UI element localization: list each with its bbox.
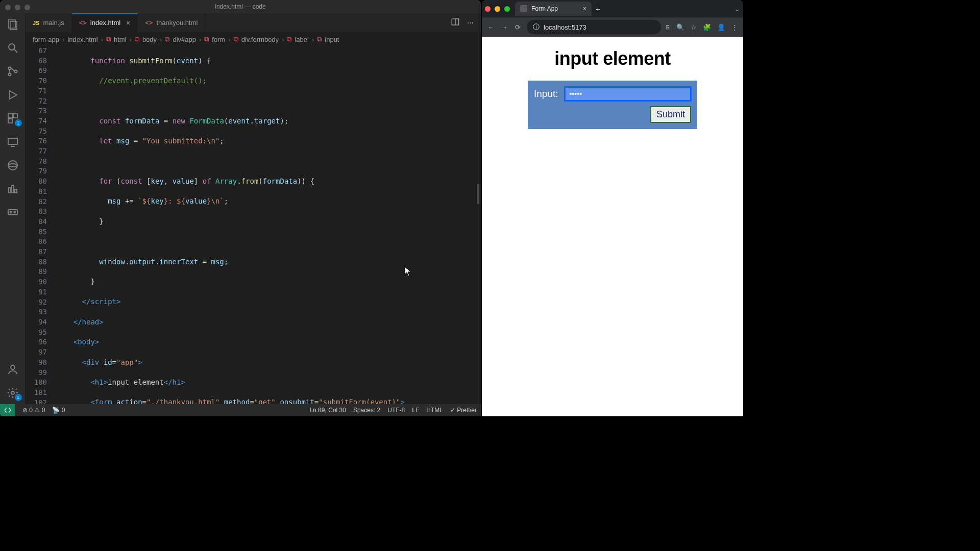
zoom-icon[interactable]: 🔍 [676,23,684,31]
minimap[interactable] [476,46,481,404]
line-gutter: 6768697071727374757677787980818283848586… [26,46,56,404]
run-debug-icon[interactable] [7,89,19,101]
page-heading: input element [491,48,734,69]
account-icon[interactable] [7,363,19,375]
svg-point-4 [8,67,11,70]
split-editor-icon[interactable] [451,17,460,28]
close-tab-icon[interactable]: × [126,19,130,27]
browser-viewport: input element Input: Submit [482,37,743,416]
settings-gear-icon[interactable] [7,387,19,399]
svg-point-2 [9,44,15,50]
browser-toolbar: ← → ⟳ ⓘ localhost:5173 ⎘ 🔍 ☆ 🧩 👤 ⋮ [482,17,743,37]
eol[interactable]: LF [412,407,419,414]
explorer-icon[interactable] [7,18,19,31]
svg-rect-16 [15,189,17,193]
input-label: Input: [534,88,558,99]
source-control-icon[interactable] [7,65,19,78]
svg-point-19 [14,212,15,213]
svg-rect-10 [8,119,12,123]
url-text: localhost:5173 [544,23,586,31]
svg-point-5 [8,73,11,76]
svg-line-3 [14,49,17,53]
traffic-lights [5,5,30,10]
cursor-position[interactable]: Ln 89, Col 30 [310,407,346,414]
svg-rect-8 [8,114,12,118]
reload-button[interactable]: ⟳ [513,23,522,31]
search-icon[interactable] [7,42,19,54]
close-dot[interactable] [5,5,11,10]
menu-icon[interactable]: ⋮ [731,23,738,31]
problems-indicator[interactable]: ⊘ 0 ⚠ 0 [22,407,45,414]
remote-indicator[interactable] [0,404,15,416]
zoom-dot[interactable] [504,6,510,12]
testing-icon[interactable] [7,183,19,195]
bookmark-icon[interactable]: ☆ [691,23,697,31]
minimize-dot[interactable] [15,5,20,10]
vscode-window: index.html — code JS main.js <> [0,0,481,416]
status-bar: ⊘ 0 ⚠ 0 📡 0 Ln 89, Col 30 Spaces: 2 UTF-… [0,404,481,416]
browser-window: Form App × + ⌄ ← → ⟳ ⓘ localhost:5173 ⎘ … [482,0,743,416]
window-title: index.html — code [0,0,481,13]
forward-button[interactable]: → [500,23,508,31]
remote-explorer-icon[interactable] [7,136,19,148]
svg-rect-11 [8,138,17,144]
zoom-dot[interactable] [24,5,30,10]
svg-point-13 [8,161,17,170]
svg-marker-7 [10,91,17,99]
activity-bar [0,13,26,404]
tab-label: thankyou.html [156,19,198,27]
svg-point-6 [14,70,17,73]
address-bar[interactable]: ⓘ localhost:5173 [527,20,661,34]
site-info-icon[interactable]: ⓘ [533,22,540,32]
svg-point-20 [11,365,15,369]
svg-point-21 [11,391,14,394]
minimize-dot[interactable] [495,6,500,12]
encoding[interactable]: UTF-8 [387,407,405,414]
browser-tab[interactable]: Form App × [515,2,592,16]
svg-rect-15 [12,186,14,193]
submit-button[interactable]: Submit [650,106,691,123]
svg-point-18 [10,212,11,213]
editor-tabs: JS main.js <> index.html × <> thankyou.h… [26,13,481,33]
extensions-icon[interactable]: 🧩 [703,23,711,31]
tab-main-js[interactable]: JS main.js [26,13,72,32]
tab-title: Form App [531,5,558,12]
breadcrumbs[interactable]: form-app› index.html› ⧉html› ⧉body› ⧉div… [26,33,481,46]
extensions-icon[interactable] [7,112,19,124]
more-actions-icon[interactable]: ⋯ [467,19,474,27]
favicon-icon [520,5,527,12]
language-mode[interactable]: HTML [426,407,443,414]
form-panel: Input: Submit [528,81,697,129]
tab-label: index.html [90,19,120,27]
tab-label: main.js [43,19,64,27]
svg-rect-14 [9,188,11,193]
browser-tabbar: Form App × + ⌄ [482,0,743,17]
tab-overflow-icon[interactable]: ⌄ [734,5,740,13]
tab-thankyou-html[interactable]: <> thankyou.html [138,13,205,32]
svg-rect-9 [13,114,17,118]
close-tab-icon[interactable]: × [583,5,586,12]
tab-index-html[interactable]: <> index.html × [72,13,138,32]
live-preview-icon[interactable] [7,159,19,171]
close-dot[interactable] [485,6,491,12]
ports-icon[interactable] [7,206,19,218]
indentation[interactable]: Spaces: 2 [353,407,380,414]
password-input[interactable] [565,87,691,101]
ports-indicator[interactable]: 📡 0 [52,407,65,414]
new-tab-button[interactable]: + [596,5,600,13]
formatter[interactable]: ✓ Prettier [450,407,477,414]
profile-icon[interactable]: 👤 [717,23,725,31]
code-editor[interactable]: 6768697071727374757677787980818283848586… [26,46,481,404]
password-icon[interactable]: ⎘ [666,23,670,31]
back-button[interactable]: ← [487,23,495,31]
code-content[interactable]: function submitForm(event) { //event.pre… [56,46,481,404]
